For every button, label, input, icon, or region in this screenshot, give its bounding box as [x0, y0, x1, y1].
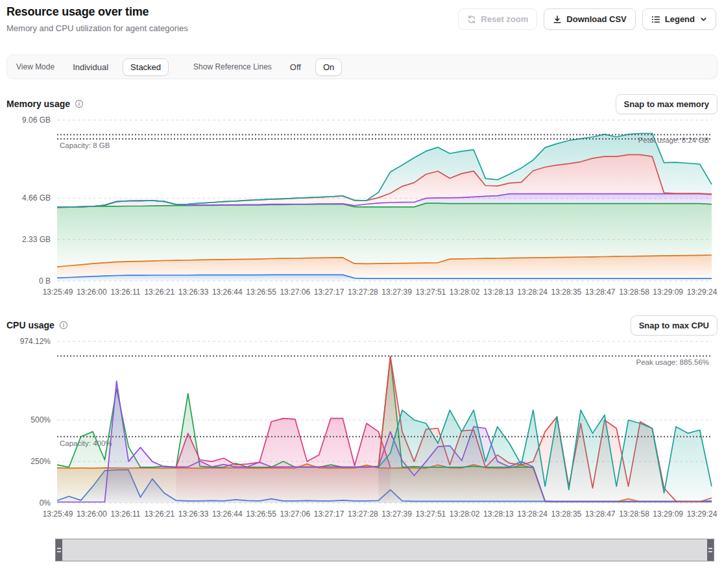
info-icon[interactable] — [75, 99, 84, 108]
svg-text:13:27:51: 13:27:51 — [416, 288, 446, 297]
svg-text:Capacity: 8 GB: Capacity: 8 GB — [60, 141, 110, 149]
svg-text:9.06 GB: 9.06 GB — [22, 116, 51, 125]
download-csv-label: Download CSV — [566, 14, 626, 24]
svg-text:13:26:11: 13:26:11 — [111, 288, 141, 297]
controls-bar: View Mode Individual Stacked Show Refere… — [6, 55, 718, 79]
svg-text:13:28:47: 13:28:47 — [585, 509, 616, 519]
reset-icon — [467, 15, 476, 24]
svg-text:13:28:13: 13:28:13 — [483, 509, 514, 519]
page-header: Resource usage over time Memory and CPU … — [6, 5, 718, 45]
chevron-down-icon — [700, 16, 707, 23]
svg-text:13:29:09: 13:29:09 — [653, 288, 683, 297]
svg-text:Peak usage: 885.56%: Peak usage: 885.56% — [636, 358, 709, 366]
cpu-chart[interactable]: 974.12%500%250%0%Capacity: 400%Peak usag… — [0, 336, 724, 522]
svg-text:13:28:13: 13:28:13 — [483, 288, 514, 297]
svg-text:13:26:44: 13:26:44 — [212, 288, 243, 297]
svg-text:13:26:33: 13:26:33 — [178, 509, 209, 519]
svg-text:4.66 GB: 4.66 GB — [22, 193, 51, 202]
time-range-scrollbar[interactable] — [55, 539, 714, 561]
cpu-section-header: CPU usage Snap to max CPU — [6, 315, 718, 336]
scrollbar-left-handle[interactable] — [56, 539, 62, 561]
svg-text:13:27:28: 13:27:28 — [348, 288, 378, 297]
svg-text:13:25:49: 13:25:49 — [43, 288, 73, 297]
svg-text:Capacity: 400%: Capacity: 400% — [60, 439, 112, 447]
svg-text:13:27:39: 13:27:39 — [381, 509, 412, 519]
svg-text:13:28:24: 13:28:24 — [517, 288, 548, 297]
svg-text:13:27:39: 13:27:39 — [381, 288, 412, 297]
reference-lines-on-button[interactable]: On — [315, 58, 342, 76]
svg-text:500%: 500% — [30, 415, 51, 424]
svg-text:13:27:17: 13:27:17 — [314, 509, 344, 519]
grip-icon — [708, 548, 712, 552]
reference-lines-off-button[interactable]: Off — [282, 58, 309, 76]
svg-text:13:26:55: 13:26:55 — [246, 509, 276, 519]
svg-text:250%: 250% — [30, 457, 51, 466]
cpu-chart-svg[interactable]: 974.12%500%250%0%Capacity: 400%Peak usag… — [0, 336, 724, 519]
svg-text:13:27:51: 13:27:51 — [416, 509, 446, 519]
svg-text:13:27:06: 13:27:06 — [280, 509, 310, 519]
svg-text:13:27:06: 13:27:06 — [280, 288, 310, 297]
svg-text:2.33 GB: 2.33 GB — [22, 235, 51, 244]
memory-chart-svg[interactable]: 9.06 GB4.66 GB2.33 GB0 BCapacity: 8 GBPe… — [0, 114, 724, 298]
grip-icon — [57, 548, 61, 552]
svg-text:13:26:00: 13:26:00 — [77, 509, 107, 519]
svg-text:13:28:02: 13:28:02 — [450, 509, 480, 519]
download-csv-button[interactable]: Download CSV — [544, 8, 635, 30]
view-mode-label: View Mode — [16, 62, 54, 71]
svg-text:13:26:55: 13:26:55 — [246, 288, 276, 297]
svg-text:13:28:02: 13:28:02 — [450, 288, 480, 297]
svg-text:13:26:21: 13:26:21 — [144, 288, 175, 297]
scrollbar-right-handle[interactable] — [707, 539, 714, 561]
view-mode-individual-button[interactable]: Individual — [65, 58, 116, 76]
svg-text:13:26:00: 13:26:00 — [77, 288, 107, 297]
svg-text:974.12%: 974.12% — [20, 337, 51, 346]
svg-text:13:26:11: 13:26:11 — [111, 509, 141, 519]
svg-text:13:26:33: 13:26:33 — [178, 288, 209, 297]
legend-label: Legend — [665, 14, 695, 24]
svg-text:13:29:24: 13:29:24 — [687, 509, 718, 519]
view-mode-stacked-button[interactable]: Stacked — [123, 58, 169, 76]
memory-chart[interactable]: 9.06 GB4.66 GB2.33 GB0 BCapacity: 8 GBPe… — [0, 114, 724, 300]
info-icon[interactable] — [59, 321, 68, 330]
snap-to-max-cpu-button[interactable]: Snap to max CPU — [631, 315, 718, 336]
svg-text:13:28:58: 13:28:58 — [619, 288, 649, 297]
svg-text:13:25:49: 13:25:49 — [43, 509, 73, 519]
svg-text:13:28:47: 13:28:47 — [585, 288, 616, 297]
show-reference-lines-label: Show Reference Lines — [193, 62, 272, 71]
reset-zoom-label: Reset zoom — [481, 14, 528, 24]
svg-text:0%: 0% — [40, 498, 51, 508]
svg-text:13:27:17: 13:27:17 — [314, 288, 344, 297]
svg-text:13:29:09: 13:29:09 — [653, 509, 683, 519]
memory-title: Memory usage — [6, 99, 70, 109]
svg-text:Peak usage: 8.24 GB: Peak usage: 8.24 GB — [638, 136, 710, 144]
legend-list-icon — [651, 15, 660, 24]
svg-text:0 B: 0 B — [39, 276, 51, 286]
svg-text:13:28:24: 13:28:24 — [517, 509, 548, 519]
reset-zoom-button[interactable]: Reset zoom — [458, 8, 537, 30]
cpu-title: CPU usage — [6, 320, 54, 330]
svg-text:13:28:58: 13:28:58 — [619, 509, 649, 519]
svg-text:13:28:35: 13:28:35 — [551, 509, 582, 519]
download-icon — [553, 15, 562, 24]
svg-text:13:28:35: 13:28:35 — [551, 288, 582, 297]
svg-text:13:29:24: 13:29:24 — [687, 288, 718, 297]
svg-text:13:26:44: 13:26:44 — [212, 509, 243, 519]
svg-text:13:27:28: 13:27:28 — [348, 509, 378, 519]
toolbar: Reset zoom Download CSV Legend — [458, 8, 716, 30]
svg-text:13:26:21: 13:26:21 — [144, 509, 175, 519]
memory-section-header: Memory usage Snap to max memory — [6, 93, 718, 114]
dashboard-page: Resource usage over time Memory and CPU … — [0, 0, 724, 588]
snap-to-max-memory-button[interactable]: Snap to max memory — [616, 94, 718, 114]
legend-button[interactable]: Legend — [642, 8, 716, 30]
